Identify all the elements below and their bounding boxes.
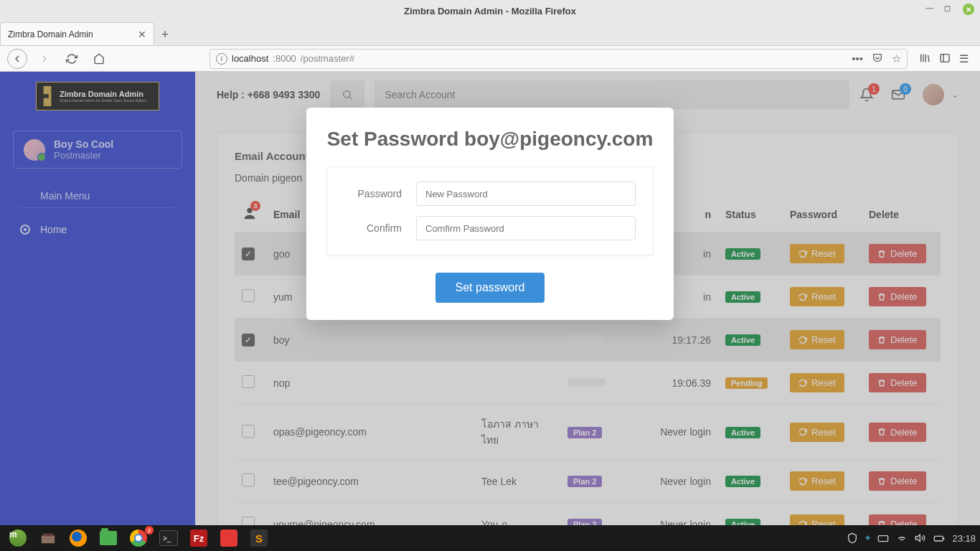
task-chrome[interactable]: 2	[125, 527, 152, 549]
page-actions-icon[interactable]: •••	[852, 52, 863, 65]
task-firefox[interactable]	[65, 527, 92, 549]
menu-icon[interactable]: ☰	[959, 52, 969, 65]
new-tab-button[interactable]: +	[154, 24, 176, 45]
home-button[interactable]	[89, 49, 109, 69]
keyboard-icon[interactable]	[877, 532, 889, 544]
password-input[interactable]	[416, 182, 636, 206]
svg-rect-6	[879, 536, 888, 542]
pocket-icon[interactable]	[872, 52, 883, 64]
battery-icon[interactable]	[933, 532, 945, 544]
back-button[interactable]	[7, 49, 27, 69]
browser-navbar: i localhost:8000/postmaster# ••• ☆ ☰	[0, 46, 980, 72]
window-titlebar: Zimbra Domain Admin - Mozilla Firefox ― …	[0, 0, 980, 22]
bookmark-icon[interactable]: ☆	[892, 52, 901, 65]
url-host: localhost	[232, 53, 268, 64]
confirm-label: Confirm	[344, 222, 402, 234]
library-icon[interactable]	[919, 52, 930, 64]
svg-rect-7	[935, 536, 943, 541]
set-password-button[interactable]: Set password	[435, 273, 545, 303]
sidebar-toggle-icon[interactable]	[939, 52, 951, 64]
confirm-input[interactable]	[416, 216, 636, 240]
task-sublime[interactable]: S	[245, 527, 273, 549]
shield-icon[interactable]	[847, 532, 858, 544]
forward-button[interactable]	[34, 49, 55, 69]
reload-button[interactable]	[62, 49, 82, 69]
svg-rect-4	[42, 535, 55, 543]
svg-rect-0	[941, 54, 949, 62]
start-menu-button[interactable]: m	[4, 527, 32, 549]
wifi-icon[interactable]	[896, 532, 908, 544]
task-app-red[interactable]	[215, 527, 242, 549]
volume-icon[interactable]	[915, 532, 926, 544]
clock[interactable]: 23:18	[952, 533, 976, 544]
task-filezilla[interactable]: Fz	[185, 527, 212, 549]
window-close-icon[interactable]: ✕	[963, 4, 974, 15]
modal-overlay[interactable]: Set Password boy@pigeoncy.com Password C…	[0, 72, 980, 525]
tab-title: Zimbra Domain Admin	[8, 29, 93, 39]
url-path: /postmaster#	[301, 53, 354, 64]
os-taskbar: m 2 >_ Fz S ⌖ 23:18	[0, 525, 980, 551]
browser-tabbar: Zimbra Domain Admin ✕ +	[0, 22, 980, 46]
bluetooth-icon[interactable]: ⌖	[865, 532, 870, 544]
site-info-icon[interactable]: i	[216, 53, 227, 65]
set-password-modal: Set Password boy@pigeoncy.com Password C…	[306, 108, 674, 320]
task-files[interactable]	[34, 527, 62, 549]
url-bar[interactable]: i localhost:8000/postmaster# ••• ☆	[209, 49, 908, 69]
window-minimize-icon[interactable]: ―	[925, 4, 936, 14]
url-port: :8000	[273, 53, 296, 64]
modal-title: Set Password boy@pigeoncy.com	[326, 128, 654, 151]
task-terminal[interactable]: >_	[155, 527, 182, 549]
system-tray: ⌖ 23:18	[847, 532, 976, 544]
password-label: Password	[344, 188, 402, 199]
window-title: Zimbra Domain Admin - Mozilla Firefox	[404, 6, 576, 17]
tab-close-icon[interactable]: ✕	[138, 29, 146, 40]
svg-rect-5	[43, 534, 54, 537]
window-maximize-icon[interactable]: ◻	[944, 4, 954, 14]
browser-tab[interactable]: Zimbra Domain Admin ✕	[0, 22, 154, 45]
task-filemanager[interactable]	[95, 527, 122, 549]
